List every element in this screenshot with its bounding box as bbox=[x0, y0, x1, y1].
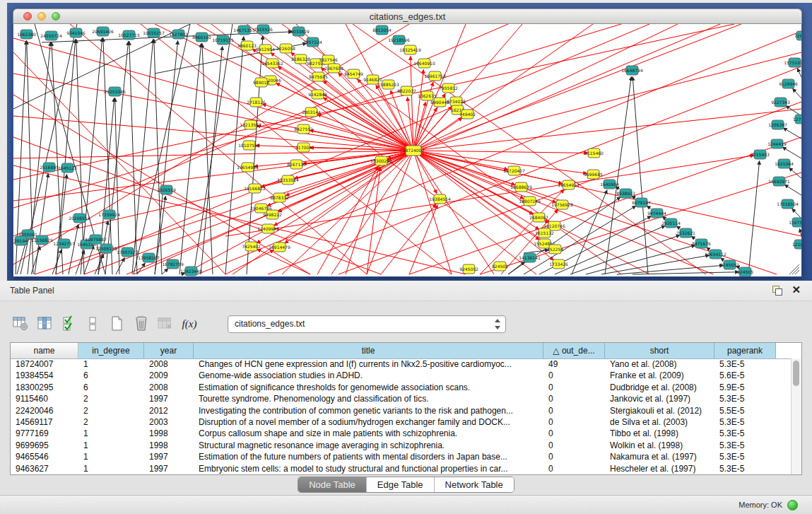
network-node[interactable]: 19218596 bbox=[388, 35, 410, 45]
network-node[interactable]: 2718126 bbox=[247, 98, 266, 107]
network-node[interactable]: 9115460 bbox=[584, 148, 604, 158]
network-node[interactable]: 12342757 bbox=[53, 239, 75, 248]
table-row[interactable]: 1456911722003Disruption of a novel membe… bbox=[11, 416, 792, 428]
table-row[interactable]: 969969511998Structural magnetic resonanc… bbox=[11, 440, 792, 451]
network-node[interactable]: 9129946 bbox=[779, 79, 798, 88]
network-node[interactable]: 1167533 bbox=[789, 218, 801, 227]
network-node[interactable]: 924505 bbox=[737, 267, 753, 276]
network-node[interactable]: 10655257 bbox=[143, 28, 165, 37]
network-node[interactable]: 15720407 bbox=[503, 166, 525, 175]
network-node[interactable]: 8822037 bbox=[397, 86, 416, 95]
network-node[interactable]: 8878332 bbox=[270, 193, 289, 202]
network-node[interactable]: 24055724 bbox=[40, 31, 62, 40]
select-all-icon[interactable] bbox=[59, 313, 79, 334]
show-columns-icon[interactable] bbox=[35, 313, 55, 334]
column-header-short[interactable]: short bbox=[605, 343, 714, 358]
network-node[interactable]: 6734028 bbox=[447, 97, 466, 106]
network-node[interactable]: 1244419 bbox=[767, 139, 787, 148]
network-node[interactable]: 8813054 bbox=[372, 25, 392, 35]
network-node[interactable]: 1527802 bbox=[169, 30, 188, 39]
network-node[interactable]: 8454749 bbox=[344, 69, 363, 78]
network-node[interactable]: 749402 bbox=[459, 110, 476, 119]
network-node[interactable]: 7955812 bbox=[439, 83, 458, 93]
network-node[interactable]: 11156829 bbox=[31, 235, 53, 245]
network-node[interactable]: 1645123 bbox=[58, 163, 77, 173]
network-node[interactable]: 2803144 bbox=[302, 107, 321, 117]
network-node[interactable]: 10719155 bbox=[212, 35, 234, 45]
network-node[interactable]: 19166822 bbox=[244, 184, 266, 193]
network-node[interactable]: 9498222 bbox=[263, 210, 282, 219]
network-node[interactable]: 9860123 bbox=[237, 41, 257, 50]
canvas-resize-grip[interactable] bbox=[789, 264, 799, 274]
network-node[interactable]: 7632621 bbox=[676, 228, 695, 238]
network-node[interactable]: 19654923 bbox=[558, 180, 579, 189]
column-header-title[interactable]: title bbox=[194, 343, 543, 358]
table-row[interactable]: 946362711997Embryonic stem cells: a mode… bbox=[11, 463, 792, 474]
tab-edge-table[interactable]: Edge Table bbox=[366, 477, 434, 492]
tab-network-table[interactable]: Network Table bbox=[434, 477, 514, 492]
network-node[interactable]: 8215953 bbox=[751, 150, 770, 159]
column-header-pagerank[interactable]: pagerank bbox=[714, 343, 776, 358]
network-node[interactable]: 18107554 bbox=[238, 141, 260, 150]
network-node[interactable]: 127741 bbox=[793, 115, 801, 124]
table-row[interactable]: 1872400712008Changes of HCN gene express… bbox=[11, 358, 792, 370]
network-node[interactable]: 1063380 bbox=[17, 30, 36, 39]
network-node[interactable]: 8267130 bbox=[287, 160, 306, 169]
table-row[interactable]: 946554611997Estimation of the future num… bbox=[11, 451, 792, 462]
network-window-titlebar[interactable]: citations_edges.txt bbox=[13, 8, 802, 24]
network-node[interactable]: 824502 bbox=[492, 262, 508, 271]
network-node[interactable]: 7857224 bbox=[303, 37, 322, 47]
network-node[interactable]: 121034 bbox=[792, 240, 801, 249]
network-node[interactable]: 2026519 bbox=[157, 185, 176, 194]
table-row[interactable]: 911546021997Tourette syndrome. Phenomeno… bbox=[11, 393, 792, 404]
network-node[interactable]: 12353584 bbox=[277, 175, 299, 185]
network-node[interactable]: 15885203 bbox=[377, 80, 399, 89]
delete-column-icon[interactable] bbox=[131, 313, 151, 334]
column-header-name[interactable]: name bbox=[11, 343, 78, 358]
network-node[interactable]: 9699695 bbox=[584, 170, 603, 179]
scrollbar-thumb[interactable] bbox=[793, 361, 799, 386]
network-node[interactable]: 9341046 bbox=[66, 28, 86, 37]
network-node[interactable]: 19756928 bbox=[551, 200, 573, 209]
new-column-icon[interactable] bbox=[107, 313, 127, 334]
network-node[interactable]: 16648794 bbox=[621, 66, 643, 75]
network-node[interactable]: 6679197 bbox=[632, 198, 651, 207]
network-node[interactable]: 10654112 bbox=[705, 250, 726, 259]
table-select-dropdown[interactable]: citations_edges.txt bbox=[228, 315, 506, 333]
network-node[interactable]: 1209387 bbox=[768, 120, 787, 129]
network-node[interactable]: 20691406 bbox=[92, 27, 114, 36]
function-builder-icon[interactable]: f(x) bbox=[180, 313, 199, 334]
network-node[interactable]: 726918 bbox=[794, 31, 801, 40]
tab-node-table[interactable]: Node Table bbox=[298, 477, 366, 492]
delete-table-icon[interactable] bbox=[155, 313, 175, 334]
network-node[interactable]: 39194 bbox=[14, 236, 28, 245]
table-scrollbar[interactable] bbox=[791, 358, 801, 474]
network-node[interactable]: 2367608 bbox=[324, 64, 343, 73]
network-node[interactable]: 20206516 bbox=[69, 214, 90, 223]
network-node[interactable]: 18325419 bbox=[399, 45, 421, 54]
network-node[interactable]: 989018 bbox=[253, 78, 269, 87]
column-header-in_degree[interactable]: in_degree bbox=[78, 343, 144, 358]
float-panel-icon[interactable] bbox=[772, 286, 782, 295]
network-node[interactable]: 16914479 bbox=[269, 243, 290, 252]
network-node[interactable]: 17359924 bbox=[98, 210, 120, 219]
network-node[interactable]: 8466160 bbox=[192, 33, 211, 42]
table-row[interactable]: 2242004622012Investigating the contribut… bbox=[11, 405, 792, 416]
clear-selection-icon[interactable] bbox=[83, 313, 103, 334]
memory-ok-indicator[interactable] bbox=[787, 500, 798, 510]
network-node[interactable]: 12213583 bbox=[240, 120, 261, 129]
network-node[interactable]: 15692971 bbox=[768, 177, 790, 186]
network-canvas[interactable]: 1063380240557249341046206914061052771510… bbox=[13, 24, 801, 276]
network-node[interactable]: 18807249 bbox=[519, 197, 541, 206]
table-row[interactable]: 1938455462009Genome-wide association stu… bbox=[11, 370, 792, 381]
close-panel-icon[interactable]: ✕ bbox=[792, 284, 801, 296]
table-row[interactable]: 1830029562008Estimation of significance … bbox=[11, 382, 792, 393]
network-node[interactable]: 1621064 bbox=[775, 159, 794, 168]
network-node[interactable]: 2226058 bbox=[276, 44, 295, 53]
network-node[interactable]: 9245052 bbox=[459, 264, 478, 274]
network-node[interactable]: 16640910 bbox=[413, 59, 435, 68]
network-node[interactable]: 9245652 bbox=[720, 260, 739, 269]
network-node[interactable]: 917004 bbox=[295, 143, 312, 152]
network-node[interactable]: 17016504 bbox=[777, 199, 799, 209]
table-mode-icon[interactable] bbox=[11, 313, 31, 334]
